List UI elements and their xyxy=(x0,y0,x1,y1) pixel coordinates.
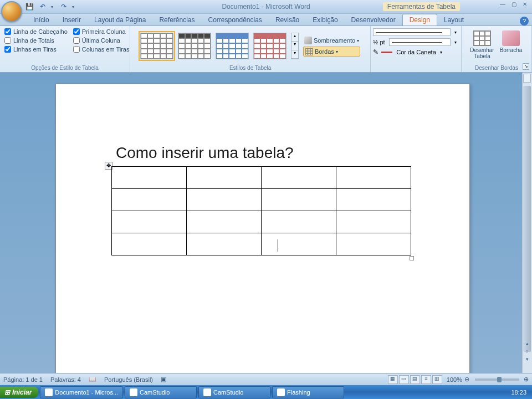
statusbar: Página: 1 de 1 Palavras: 4 📖 Português (… xyxy=(0,373,532,385)
chk-banded-rows[interactable]: Linhas em Tiras xyxy=(4,46,68,53)
gallery-scroll[interactable]: ▴▾▾ xyxy=(291,33,299,59)
chk-header-row-label: Linha de Cabeçalho xyxy=(13,28,68,35)
table-style-2[interactable] xyxy=(178,33,211,59)
document-table[interactable] xyxy=(111,166,411,255)
window-controls: — ▢ ✕ xyxy=(498,1,530,10)
start-button[interactable]: ⊞Iniciar xyxy=(0,387,38,398)
contextual-tab-label: Ferramentas de Tabela xyxy=(383,2,460,11)
status-language[interactable]: Português (Brasil) xyxy=(104,376,153,383)
eraser-button[interactable]: Borracha xyxy=(498,30,524,53)
group-border-settings: ▾ ½ pt▾ ✎Cor da Caneta▾ xyxy=(371,26,462,72)
chk-banded-cols-label: Colunas em Tiras xyxy=(82,46,130,53)
group-label-style-options: Opções de Estilo de Tabela xyxy=(4,65,125,71)
draw-table-button[interactable]: Desenhar Tabela xyxy=(469,30,495,59)
maximize-button[interactable]: ▢ xyxy=(509,1,519,10)
taskbar-item-label: Documento1 - Micros... xyxy=(55,389,118,396)
pen-color-label: Cor da Caneta xyxy=(396,49,436,55)
taskbar-item-word[interactable]: Documento1 - Micros... xyxy=(40,386,123,398)
tab-desenvolvedor[interactable]: Desenvolvedor xyxy=(345,14,402,25)
status-words[interactable]: Palavras: 4 xyxy=(50,376,81,383)
line-style-selector[interactable]: ▾ xyxy=(373,28,459,36)
pen-color-selector[interactable]: ✎Cor da Caneta▾ xyxy=(373,48,459,56)
windows-icon: ⊞ xyxy=(4,388,10,396)
help-icon[interactable]: ? xyxy=(520,17,529,25)
borders-button[interactable]: Bordas▾ xyxy=(303,47,360,57)
tab-correspondencias[interactable]: Correspondências xyxy=(201,14,268,25)
table-style-3[interactable] xyxy=(216,33,249,59)
zoom-level[interactable]: 100% xyxy=(447,376,462,383)
chk-first-col-label: Primeira Coluna xyxy=(82,28,126,35)
browse-object-icon[interactable]: ○ xyxy=(523,349,531,356)
ruler-toggle[interactable] xyxy=(523,74,531,83)
view-outline[interactable]: ≡ xyxy=(421,375,431,384)
taskbar-item-camstudio2[interactable]: CamStudio xyxy=(198,386,270,398)
view-web-layout[interactable]: ▤ xyxy=(410,375,420,384)
qat-customize[interactable]: ▾ xyxy=(72,4,76,9)
minimize-button[interactable]: — xyxy=(498,1,508,10)
save-icon[interactable]: 💾 xyxy=(24,2,34,12)
proofing-icon[interactable]: 📖 xyxy=(89,376,96,383)
chk-banded-rows-label: Linhas em Tiras xyxy=(13,46,57,53)
app-icon xyxy=(277,388,285,396)
table-row[interactable] xyxy=(112,233,411,255)
zoom-slider[interactable] xyxy=(475,378,519,381)
document-area: Como inserir uma tabela? ✥ ▴○▾ xyxy=(0,73,532,385)
tab-revisao[interactable]: Revisão xyxy=(269,14,306,25)
table-resize-handle[interactable] xyxy=(410,256,414,260)
zoom-in-button[interactable]: ⊕ xyxy=(524,376,529,383)
word-icon xyxy=(45,388,53,396)
view-draft[interactable]: ▥ xyxy=(432,375,442,384)
macro-record-icon[interactable]: ▣ xyxy=(161,376,166,383)
prev-page-icon[interactable]: ▴ xyxy=(523,341,531,349)
zoom-out-button[interactable]: ⊖ xyxy=(464,376,469,383)
table-row[interactable] xyxy=(112,189,411,211)
vertical-scrollbar[interactable]: ▴○▾ xyxy=(522,73,532,375)
status-page[interactable]: Página: 1 de 1 xyxy=(3,376,43,383)
taskbar-clock[interactable]: 18:23 xyxy=(505,389,532,396)
tab-layout-pagina[interactable]: Layout da Página xyxy=(88,14,152,25)
chk-banded-cols[interactable]: Colunas em Tiras xyxy=(73,46,130,53)
chk-header-row[interactable]: Linha de Cabeçalho xyxy=(4,28,68,35)
ribbon-tabs: Início Inserir Layout da Página Referênc… xyxy=(0,14,532,26)
group-label-draw-borders: Desenhar Bordas xyxy=(466,65,527,71)
chk-total-row[interactable]: Linha de Totais xyxy=(4,37,68,44)
start-label: Iniciar xyxy=(12,388,32,396)
chk-last-col[interactable]: Última Coluna xyxy=(73,37,130,44)
close-button[interactable]: ✕ xyxy=(520,1,530,10)
taskbar-item-flashing[interactable]: Flashing xyxy=(272,386,344,398)
taskbar-item-label: CamStudio xyxy=(213,389,243,396)
app-icon xyxy=(203,388,211,396)
tab-inicio[interactable]: Início xyxy=(27,14,56,25)
undo-icon[interactable]: ↶ xyxy=(38,2,48,12)
tab-exibicao[interactable]: Exibição xyxy=(306,14,344,25)
undo-dropdown[interactable]: ▾ xyxy=(51,4,55,9)
view-full-screen[interactable]: ▭ xyxy=(399,375,409,384)
line-weight-selector[interactable]: ½ pt▾ xyxy=(373,38,459,46)
table-row[interactable] xyxy=(112,211,411,233)
redo-icon[interactable]: ↷ xyxy=(59,2,69,12)
chk-first-col[interactable]: Primeira Coluna xyxy=(73,28,130,35)
view-print-layout[interactable]: ▦ xyxy=(388,375,398,384)
pen-icon: ✎ xyxy=(373,48,378,56)
document-heading[interactable]: Como inserir uma tabela? xyxy=(116,144,294,162)
table-style-1[interactable] xyxy=(140,33,173,59)
tab-design[interactable]: Design xyxy=(402,14,437,25)
dialog-launcher[interactable]: ↘ xyxy=(523,63,529,70)
office-button[interactable] xyxy=(1,1,22,22)
table-style-4[interactable] xyxy=(253,33,287,59)
scrollbar-thumb[interactable] xyxy=(523,86,531,352)
next-page-icon[interactable]: ▾ xyxy=(523,356,531,364)
grid-icon xyxy=(305,48,313,55)
folder-icon xyxy=(130,388,137,396)
tab-layout[interactable]: Layout xyxy=(437,14,470,25)
page[interactable]: Como inserir uma tabela? ✥ xyxy=(55,84,470,385)
taskbar-item-camstudio1[interactable]: CamStudio xyxy=(125,386,197,398)
table-row[interactable] xyxy=(112,167,411,189)
shading-button[interactable]: Sombreamento▾ xyxy=(303,35,360,45)
group-draw-borders: Desenhar Tabela Borracha Desenhar Bordas… xyxy=(462,26,532,72)
tab-referencias[interactable]: Referências xyxy=(152,14,201,25)
tab-inserir[interactable]: Inserir xyxy=(56,14,88,25)
window-title: Documento1 - Microsoft Word xyxy=(222,3,310,11)
text-cursor xyxy=(278,239,278,252)
group-label-styles: Estilos de Tabela xyxy=(135,65,366,71)
